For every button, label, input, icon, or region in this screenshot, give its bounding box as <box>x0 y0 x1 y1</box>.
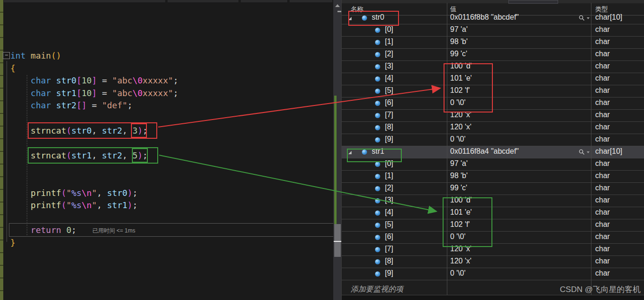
scrollbar-thumb[interactable] <box>334 224 341 257</box>
code-line[interactable]: printf("%s\n", str1); <box>10 199 178 212</box>
watch-row-7[interactable]: [7]120 'x'char <box>342 244 644 256</box>
row-type: char[10] <box>595 147 622 156</box>
code-token: ; <box>132 188 138 198</box>
watch-row-0[interactable]: [0]97 'a'char <box>342 24 644 37</box>
watch-row-3[interactable]: [3]100 'd'char <box>342 195 644 207</box>
row-type: char[10] <box>595 13 622 22</box>
code-line[interactable]: char str2[] = "def"; <box>10 99 178 112</box>
row-type: char <box>595 208 610 217</box>
row-name: [8] <box>385 257 393 265</box>
variable-icon <box>375 186 380 191</box>
fold-scope-line <box>7 61 7 242</box>
row-type: char <box>595 86 610 95</box>
row-value: 97 'a' <box>450 25 468 34</box>
magnifier-icon[interactable] <box>579 15 590 23</box>
row-name: [9] <box>385 269 393 278</box>
scrollbar-marker <box>337 11 341 12</box>
watch-row-5[interactable]: [5]102 'f'char <box>342 219 644 232</box>
row-value: 0 '\0' <box>450 269 466 278</box>
code-token: ( <box>61 200 66 210</box>
green-box-arg-5 <box>132 148 148 163</box>
watch-row-2[interactable]: [2]99 'c'char <box>342 49 644 61</box>
row-name: [1] <box>385 38 393 46</box>
variable-icon <box>375 89 380 94</box>
code-token: str2 <box>56 100 77 110</box>
code-token: " <box>92 200 97 210</box>
row-name: [2] <box>385 184 393 192</box>
variable-icon <box>375 198 380 203</box>
watch-row-8[interactable]: [8]120 'x'char <box>342 256 644 268</box>
row-name: [3] <box>385 196 393 204</box>
watch-row-1[interactable]: [1]98 'b'char <box>342 171 644 183</box>
code-token: ] <box>92 88 97 98</box>
code-line[interactable]: char str0[10] = "abc\0xxxxx"; <box>10 75 178 87</box>
row-value: 99 'c' <box>450 50 467 58</box>
code-line[interactable]: printf("%s\n", str0); <box>10 187 178 200</box>
row-name: [4] <box>385 208 393 217</box>
code-token: " <box>66 188 71 198</box>
code-line[interactable] <box>10 174 178 187</box>
code-token: = <box>97 75 112 85</box>
code-line[interactable]: } <box>10 237 178 249</box>
column-separator[interactable] <box>591 3 591 295</box>
code-token <box>10 188 31 198</box>
code-token: { <box>10 63 15 73</box>
magnifier-icon[interactable] <box>579 149 590 157</box>
code-token: [ <box>77 75 82 85</box>
row-type: char <box>595 257 610 265</box>
row-name: [3] <box>385 62 393 70</box>
code-line[interactable] <box>10 162 178 174</box>
code-line[interactable]: { <box>10 62 178 75</box>
code-token <box>10 200 31 210</box>
code-editor[interactable]: − int main(){ char str0[10] = "abc\0xxxx… <box>0 0 333 300</box>
editor-tabbar-fragment <box>168 0 238 2</box>
row-name: [4] <box>385 74 393 82</box>
watch-row-6[interactable]: [6]0 '\0'char <box>342 232 644 244</box>
watch-row-4[interactable]: [4]101 'e'char <box>342 207 644 219</box>
row-type: char <box>595 220 610 229</box>
code-token: str0 <box>107 188 127 198</box>
row-name: [2] <box>385 50 393 58</box>
code-token <box>26 51 31 60</box>
variable-icon <box>375 223 380 228</box>
watch-row-6[interactable]: [6]0 '\0'char <box>342 98 644 110</box>
watch-row-2[interactable]: [2]99 'c'char <box>342 183 644 195</box>
row-value: 0x0116f8b8 "abcdef" <box>450 13 519 22</box>
watch-add-item-label[interactable]: 添加要监视的项 <box>351 285 403 294</box>
variable-icon <box>375 247 380 252</box>
code-token: ] <box>92 75 97 85</box>
row-type: char <box>595 74 610 82</box>
watch-row-4[interactable]: [4]101 'e'char <box>342 73 644 85</box>
code-line[interactable]: char str1[10] = "abc\0xxxxx"; <box>10 87 178 100</box>
row-name: [8] <box>385 123 393 131</box>
watch-row-8[interactable]: [8]120 'x'char <box>342 122 644 134</box>
watch-row-1[interactable]: [1]98 'b'char <box>342 37 644 49</box>
code-line[interactable] <box>10 212 178 225</box>
watch-row-9[interactable]: [9]0 '\0'char <box>342 268 644 280</box>
row-type: char <box>595 98 610 107</box>
code-token: str1 <box>107 200 127 210</box>
variable-icon <box>375 40 380 45</box>
scrollbar-up-arrow-icon[interactable] <box>335 4 340 7</box>
code-token <box>10 100 31 110</box>
code-token: 10 <box>82 75 92 85</box>
code-token: printf <box>31 200 61 210</box>
csdn-watermark: CSDN @飞向星的客机 <box>544 284 641 295</box>
row-value: 120 'x' <box>450 123 471 131</box>
watch-row-7[interactable]: [7]120 'x'char <box>342 110 644 122</box>
row-name: [9] <box>385 135 393 143</box>
variable-icon <box>375 271 380 277</box>
watch-row-9[interactable]: [9]0 '\0'char <box>342 134 644 146</box>
code-token: ( <box>61 188 66 198</box>
watch-row-5[interactable]: [5]102 'f'char <box>342 85 644 98</box>
code-token: [] <box>77 100 87 110</box>
column-separator[interactable] <box>447 3 447 295</box>
row-value: 0 '\0' <box>450 135 466 143</box>
code-fold-collapse-icon[interactable]: − <box>3 52 10 59</box>
code-line[interactable]: int main() <box>10 50 178 62</box>
code-token: \0 <box>132 75 143 85</box>
row-type: char <box>595 50 610 58</box>
watch-row-3[interactable]: [3]100 'd'char <box>342 61 644 73</box>
row-type: char <box>595 135 610 143</box>
row-value: 98 'b' <box>450 38 468 46</box>
